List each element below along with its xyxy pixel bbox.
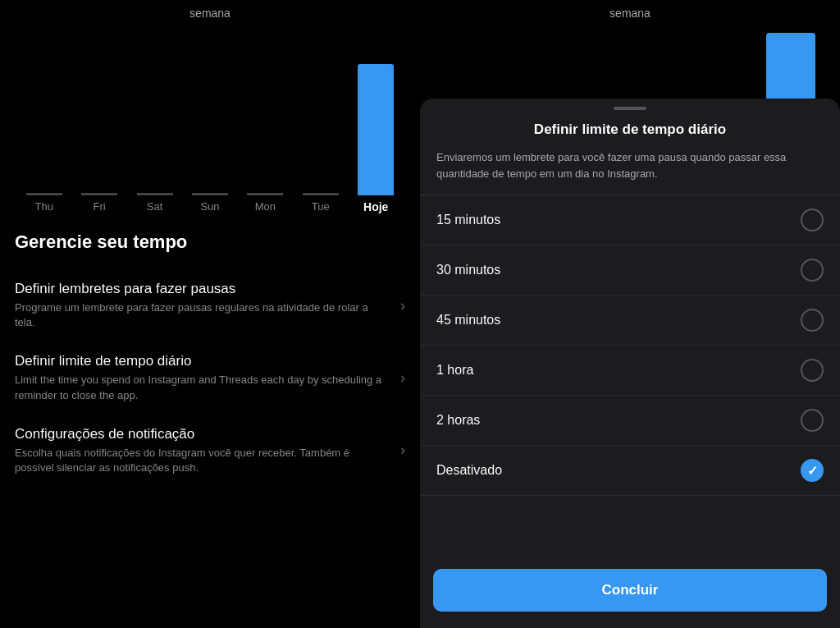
menu-item-limite-text: Definir limite de tempo diário Limit the… (15, 353, 400, 402)
menu-item-limite[interactable]: Definir limite de tempo diário Limit the… (15, 342, 405, 414)
option-15min-label: 15 minutos (436, 213, 500, 227)
right-semana-label: semana (420, 7, 840, 20)
radio-2horas[interactable] (801, 409, 824, 432)
concluir-button[interactable]: Concluir (433, 569, 827, 612)
bar-mon-empty (247, 193, 283, 195)
left-panel: semana Thu Fri Sat (0, 0, 420, 628)
bar-sun-empty (192, 193, 228, 195)
bar-fri-empty (81, 193, 117, 195)
radio-30min[interactable] (801, 259, 824, 282)
bar-hoje (349, 64, 404, 195)
bar-tue (293, 193, 348, 195)
bar-tue-empty (303, 193, 339, 195)
manage-title: Gerencie seu tempo (15, 231, 405, 253)
menu-item-lembretes-text: Definir lembretes para fazer pausas Prog… (15, 281, 400, 330)
day-labels-row: Thu Fri Sat Sun Mon Tue Hoje (0, 195, 420, 213)
menu-item-limite-title: Definir limite de tempo diário (15, 353, 390, 369)
bar-thu (16, 193, 71, 195)
menu-item-limite-desc: Limit the time you spend on Instagram an… (15, 373, 390, 402)
bar-hoje-fill (358, 64, 394, 195)
day-tue: Tue (293, 200, 348, 213)
bar-sat-empty (137, 193, 173, 195)
option-desativado-label: Desativado (436, 463, 502, 478)
bottom-sheet: Definir limite de tempo diário Enviaremo… (420, 99, 840, 628)
left-semana-label: semana (0, 0, 420, 23)
day-thu: Thu (16, 200, 71, 213)
option-30min[interactable]: 30 minutos (420, 245, 840, 296)
manage-section: Gerencie seu tempo Definir lembretes par… (0, 213, 420, 487)
menu-item-notificacoes-title: Configurações de notificação (15, 426, 390, 442)
day-sun: Sun (182, 200, 237, 213)
bar-fri (71, 193, 126, 195)
option-30min-label: 30 minutos (436, 263, 500, 277)
day-sat: Sat (127, 200, 182, 213)
bar-thu-empty (26, 193, 62, 195)
option-1hora[interactable]: 1 hora (420, 346, 840, 396)
day-mon: Mon (238, 200, 293, 213)
right-panel: semana Definir limite de tempo diário En… (420, 0, 840, 628)
menu-item-lembretes-title: Definir lembretes para fazer pausas (15, 281, 390, 297)
option-45min[interactable]: 45 minutos (420, 296, 840, 346)
options-list: 15 minutos 30 minutos 45 minutos 1 hora … (420, 195, 840, 557)
check-icon: ✓ (807, 463, 818, 479)
bar-sat (127, 193, 182, 195)
option-1hora-label: 1 hora (436, 363, 473, 378)
radio-15min[interactable] (801, 209, 824, 231)
sheet-handle (614, 107, 646, 110)
day-fri: Fri (71, 200, 126, 213)
chevron-icon-notificacoes: › (400, 442, 405, 459)
option-desativado[interactable]: Desativado ✓ (420, 446, 840, 496)
option-2horas[interactable]: 2 horas (420, 396, 840, 446)
day-hoje: Hoje (349, 200, 404, 213)
menu-item-notificacoes-text: Configurações de notificação Escolha qua… (15, 426, 400, 475)
option-2horas-label: 2 horas (436, 413, 480, 428)
radio-1hora[interactable] (801, 359, 824, 382)
bar-mon (238, 193, 293, 195)
menu-item-lembretes-desc: Programe um lembrete para fazer pausas r… (15, 300, 390, 330)
bar-sun (182, 193, 237, 195)
option-15min[interactable]: 15 minutos (420, 195, 840, 245)
option-45min-label: 45 minutos (436, 313, 500, 328)
sheet-title: Definir limite de tempo diário (420, 115, 840, 149)
menu-item-notificacoes-desc: Escolha quais notificações do Instagram … (15, 446, 390, 475)
chevron-icon-limite: › (400, 369, 405, 387)
menu-item-notificacoes[interactable]: Configurações de notificação Escolha qua… (15, 415, 405, 487)
radio-45min[interactable] (801, 309, 824, 332)
radio-desativado[interactable]: ✓ (801, 459, 824, 482)
chevron-icon-lembretes: › (400, 297, 405, 314)
menu-item-lembretes[interactable]: Definir lembretes para fazer pausas Prog… (15, 269, 405, 342)
sheet-description: Enviaremos um lembrete para você fazer u… (420, 149, 840, 195)
bar-chart (0, 23, 420, 195)
